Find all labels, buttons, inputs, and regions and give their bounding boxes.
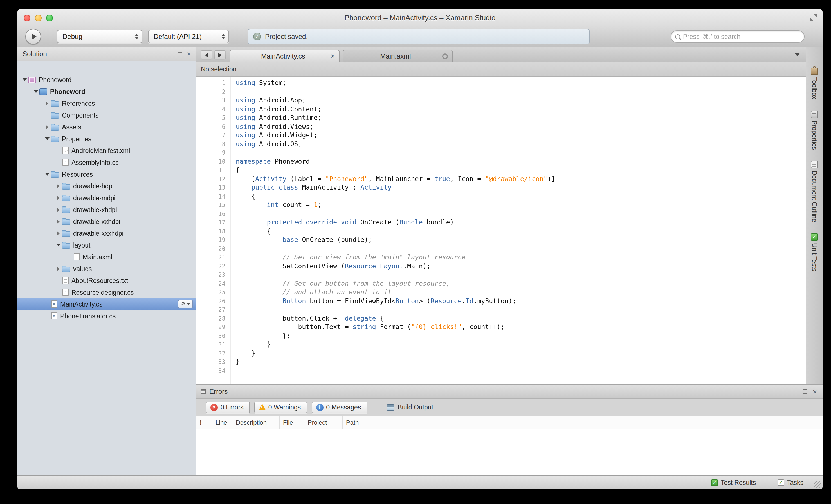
column-header-priority[interactable]: ! <box>196 416 212 428</box>
line-number: 19 <box>196 236 226 244</box>
dock-tab-properties[interactable]: Properties <box>811 111 818 150</box>
tree-item-drawable-xxxhdpi[interactable]: drawable-xxxhdpi <box>18 227 196 239</box>
run-button[interactable] <box>25 29 41 45</box>
tree-item-drawable-mdpi[interactable]: drawable-mdpi <box>18 192 196 204</box>
code-line: [Activity (Label = "Phoneword", MainLaun… <box>236 175 806 183</box>
tree-item-drawable-xhdpi[interactable]: drawable-xhdpi <box>18 204 196 215</box>
tree-item-assemblyinfo-cs[interactable]: AssemblyInfo.cs <box>18 156 196 168</box>
code-editor[interactable]: 1234567891011121314151617181920212223242… <box>196 77 806 384</box>
window-titlebar: Phoneword – MainActivity.cs – Xamarin St… <box>18 9 823 26</box>
tree-item-drawable-hdpi[interactable]: drawable-hdpi <box>18 180 196 192</box>
disclosure-right-icon[interactable] <box>55 227 62 239</box>
line-number: 25 <box>196 288 226 297</box>
pad-close-icon[interactable]: × <box>187 51 191 57</box>
code-lines[interactable]: using System;using Android.App;using And… <box>231 77 806 384</box>
tree-item-mainactivity-cs[interactable]: MainActivity.cs⚙ <box>18 298 196 310</box>
tree-item-layout[interactable]: layout <box>18 239 196 251</box>
disclosure-spacer <box>43 310 51 322</box>
column-header-path[interactable]: Path <box>343 416 823 428</box>
line-number: 20 <box>196 244 226 253</box>
disclosure-right-icon[interactable] <box>55 263 62 274</box>
tree-item-label: AssemblyInfo.cs <box>71 159 118 166</box>
tree-item-resources[interactable]: Resources <box>18 168 196 180</box>
item-options-button[interactable]: ⚙ <box>178 300 193 308</box>
pad-autohide-icon[interactable] <box>803 389 808 394</box>
device-select-value: Default (API 21) <box>153 33 216 40</box>
disclosure-right-icon[interactable] <box>55 180 62 192</box>
disclosure-right-icon[interactable] <box>43 97 51 109</box>
tree-item-values[interactable]: values <box>18 263 196 274</box>
errors-pad-icon <box>201 389 206 394</box>
tree-item-components[interactable]: Components <box>18 109 196 121</box>
minimize-window-button[interactable] <box>35 14 41 21</box>
window-title: Phoneword – MainActivity.cs – Xamarin St… <box>344 13 495 22</box>
pad-close-icon[interactable]: × <box>813 388 817 395</box>
code-line: int count = 1; <box>236 201 806 210</box>
line-number: 29 <box>196 323 226 332</box>
tab-close-icon[interactable]: × <box>331 52 335 60</box>
tree-item-resource-designer-cs[interactable]: Resource.designer.cs <box>18 286 196 298</box>
disclosure-right-icon[interactable] <box>43 121 51 133</box>
resize-grip[interactable] <box>814 481 822 488</box>
file-cs-icon <box>51 312 57 320</box>
tab-overflow-button[interactable] <box>795 53 800 56</box>
tree-item-references[interactable]: References <box>18 97 196 109</box>
disclosure-down-icon[interactable] <box>32 86 39 97</box>
device-select[interactable]: Default (API 21) <box>148 30 229 43</box>
errors-list[interactable] <box>196 429 823 475</box>
column-header-description[interactable]: Description <box>232 416 280 428</box>
errors-pad-header: Errors × <box>196 384 823 399</box>
zoom-window-button[interactable] <box>46 14 53 21</box>
filter-0-messages[interactable]: 0 Messages <box>311 401 367 413</box>
dock-tab-toolbox[interactable]: Toolbox <box>811 67 818 99</box>
disclosure-down-icon[interactable] <box>55 239 62 251</box>
outline-icon <box>811 161 818 168</box>
tree-item-main-axml[interactable]: Main.axml <box>18 251 196 263</box>
tree-item-assets[interactable]: Assets <box>18 121 196 133</box>
fullscreen-icon[interactable] <box>810 13 818 21</box>
tab-mainactivity-cs[interactable]: MainActivity.cs× <box>230 50 340 62</box>
tree-item-aboutresources-txt[interactable]: AboutResources.txt <box>18 274 196 286</box>
code-line: // Set our view from the "main" layout r… <box>236 253 806 262</box>
code-line: }; <box>236 332 806 340</box>
build-output-toggle[interactable]: Build Output <box>386 404 433 411</box>
search-input[interactable] <box>683 33 804 40</box>
column-header-line[interactable]: Line <box>212 416 232 428</box>
tree-item-drawable-xxhdpi[interactable]: drawable-xxhdpi <box>18 215 196 227</box>
configuration-select[interactable]: Debug <box>57 30 142 43</box>
disclosure-down-icon[interactable] <box>43 168 51 180</box>
editor-column: MainActivity.cs×Main.axml No selection 1… <box>196 47 806 384</box>
close-window-button[interactable] <box>24 14 30 21</box>
tab-label: Main.axml <box>351 52 440 60</box>
disclosure-right-icon[interactable] <box>55 204 62 215</box>
filter-0-warnings[interactable]: 0 Warnings <box>254 401 307 413</box>
tree-item-androidmanifest-xml[interactable]: AndroidManifest.xml <box>18 145 196 156</box>
pad-autohide-icon[interactable] <box>178 52 182 56</box>
navigate-back-button[interactable] <box>201 50 212 60</box>
search-field <box>671 30 805 43</box>
column-header-project[interactable]: Project <box>305 416 343 428</box>
dock-tab-unit-tests[interactable]: Unit Tests <box>811 233 818 271</box>
disclosure-down-icon[interactable] <box>43 133 51 145</box>
solution-pad-header: Solution × <box>18 47 196 61</box>
tree-item-phoneword[interactable]: Phoneword <box>18 74 196 86</box>
solution-icon <box>28 77 36 83</box>
tab-main-axml[interactable]: Main.axml <box>343 50 453 62</box>
navigate-forward-button[interactable] <box>214 50 226 60</box>
disclosure-right-icon[interactable] <box>55 192 62 204</box>
filter-0-errors[interactable]: 0 Errors <box>206 401 250 413</box>
line-number: 10 <box>196 157 226 166</box>
tree-item-phoneword[interactable]: Phoneword <box>18 86 196 97</box>
disclosure-down-icon[interactable] <box>21 74 28 86</box>
tree-item-phonetranslator-cs[interactable]: PhoneTranslator.cs <box>18 310 196 322</box>
column-header-file[interactable]: File <box>280 416 305 428</box>
line-number: 7 <box>196 131 226 140</box>
tree-item-properties[interactable]: Properties <box>18 133 196 145</box>
line-number: 17 <box>196 218 226 227</box>
statusbar-tasks[interactable]: Tasks <box>777 479 803 486</box>
stepper-icon <box>222 34 225 39</box>
disclosure-right-icon[interactable] <box>55 215 62 227</box>
code-line: } <box>236 349 806 358</box>
dock-tab-document-outline[interactable]: Document Outline <box>811 161 818 222</box>
statusbar-test-results[interactable]: Test Results <box>711 479 756 486</box>
